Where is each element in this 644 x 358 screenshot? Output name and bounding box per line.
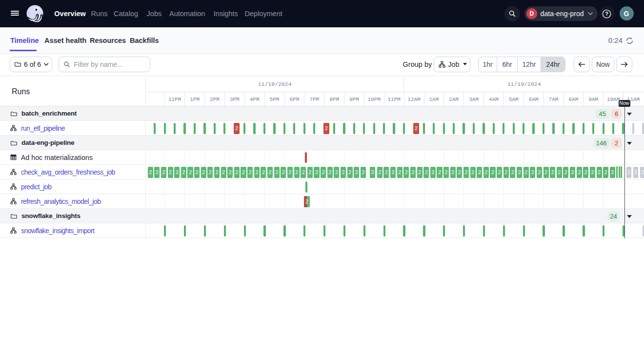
svg-text:?: ? (605, 11, 608, 17)
